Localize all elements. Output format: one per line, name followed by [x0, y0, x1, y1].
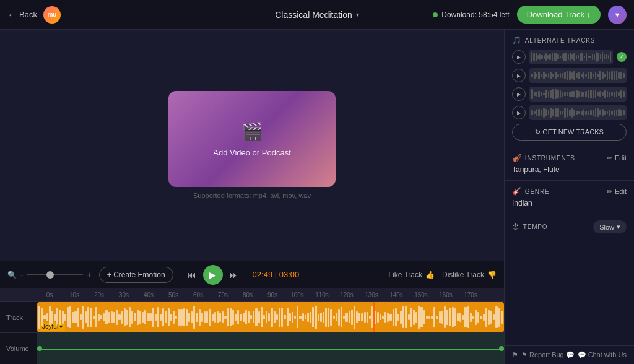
mini-wave-bar: [599, 91, 601, 97]
mini-wave-bar: [611, 71, 613, 80]
like-track-button[interactable]: Like Track 👍: [388, 271, 435, 279]
download-track-button[interactable]: Download Track ↓: [517, 6, 601, 24]
emotion-label[interactable]: Joyful ▾: [40, 323, 65, 331]
waveform-bar: [134, 313, 136, 322]
waveform-bar: [274, 311, 276, 324]
get-new-tracks-button[interactable]: ↻ GET NEW TRACKS: [512, 124, 627, 141]
waveform-bar: [219, 313, 221, 321]
mini-wave-bar: [588, 90, 589, 98]
waveform-bar: [310, 312, 311, 322]
mini-wave-bar: [573, 53, 575, 60]
mini-wave-bar: [578, 55, 579, 59]
mini-wave-bar: [552, 74, 554, 77]
mini-wave-bar: [593, 110, 594, 115]
mini-wave-bar: [620, 110, 622, 116]
waveform-bar: [43, 315, 45, 320]
ruler-mark: 80s: [235, 292, 260, 298]
track-content[interactable]: Joyful ▾: [37, 302, 504, 332]
waveform-bar: [137, 310, 139, 325]
waveform-bar: [64, 314, 66, 321]
mini-wave-bar: [581, 111, 583, 115]
alternate-tracks-title: 🎵 ALTERNATE TRACKS: [512, 36, 627, 45]
mini-wave-bar: [548, 73, 550, 77]
waveform-bar: [351, 310, 353, 325]
transport-controls: ⏮ ▶ ⏭: [186, 265, 240, 285]
waveform-bar: [330, 309, 332, 325]
mini-wave-bar: [590, 110, 592, 115]
play-circle-1[interactable]: ▶: [512, 50, 526, 64]
panel-footer: ⚑ ⚑ Report Bug 💬 💬 Chat with Us: [505, 345, 634, 364]
instruments-edit-button[interactable]: ✏ Edit: [607, 154, 627, 162]
tempo-section: ⏱ TEMPO Slow ▾: [505, 214, 634, 240]
mini-wave-bar: [585, 111, 587, 115]
play-button[interactable]: ▶: [203, 265, 223, 285]
mini-wave-bar: [539, 54, 541, 60]
waveform-bar: [483, 314, 485, 321]
waveform-bar: [250, 315, 252, 320]
mini-waveform-2: [529, 68, 627, 83]
waveform-bar: [488, 310, 490, 325]
mini-wave-bar: [616, 110, 618, 116]
waveform-bar: [480, 316, 482, 319]
play-circle-3[interactable]: ▶: [512, 87, 526, 101]
film-icon: 🎬: [241, 121, 263, 142]
volume-line: [37, 349, 504, 350]
instruments-section: 🎻 INSTRUMENTS ✏ Edit Tanpura, Flute: [505, 147, 634, 181]
mini-wave-bar: [550, 72, 552, 79]
waveform-bar: [222, 311, 224, 323]
mini-wave-bar: [602, 92, 604, 97]
waveform-bar: [384, 312, 386, 323]
volume-content[interactable]: [37, 333, 504, 364]
chat-with-us-button[interactable]: 💬 💬 Chat with Us: [566, 351, 627, 359]
skip-back-button[interactable]: ⏮: [186, 268, 198, 282]
report-bug-button[interactable]: ⚑ ⚑ Report Bug: [512, 351, 564, 359]
mini-wave-bar: [573, 71, 575, 80]
volume-point-right[interactable]: [499, 346, 504, 351]
waveform-bar: [212, 314, 214, 321]
back-button[interactable]: ← Back: [7, 10, 37, 20]
mini-wave-bar: [571, 91, 573, 97]
volume-point-left[interactable]: [37, 346, 42, 351]
waveform-bar: [126, 310, 128, 325]
waveform-bar: [459, 313, 461, 323]
waveform-bar: [452, 307, 454, 327]
zoom-slider[interactable]: [27, 274, 83, 275]
waveform-bar: [415, 312, 417, 322]
zoom-plus-button[interactable]: +: [87, 270, 92, 280]
mini-wave-bar: [609, 72, 610, 79]
waveform-bar: [436, 316, 438, 318]
waveform-bar: [467, 306, 469, 329]
mini-wave-bar: [578, 91, 580, 97]
ruler-mark: 150s: [409, 292, 433, 298]
user-avatar[interactable]: ▼: [608, 6, 627, 24]
mini-waveform-1: [529, 50, 613, 64]
mini-wave-bar: [552, 109, 554, 116]
mini-wave-bar: [623, 73, 625, 78]
tempo-dropdown-button[interactable]: Slow ▾: [593, 220, 627, 233]
genre-edit-button[interactable]: ✏ Edit: [607, 188, 627, 196]
mini-wave-bar: [568, 54, 569, 60]
waveform-bar: [82, 306, 84, 328]
video-placeholder[interactable]: 🎬 Add Video or Podcast: [168, 91, 336, 187]
waveform-bar: [475, 310, 477, 325]
waveform-bar: [302, 313, 304, 321]
waveform-bar: [116, 310, 118, 325]
ruler-mark: 120s: [334, 292, 359, 298]
play-circle-4[interactable]: ▶: [512, 106, 526, 119]
waveform-bar: [69, 306, 71, 327]
waveform-bar: [418, 306, 420, 328]
play-circle-2[interactable]: ▶: [512, 69, 526, 82]
waveform-bar: [395, 308, 397, 326]
project-title[interactable]: Classical Meditation ▾: [275, 10, 359, 20]
skip-forward-button[interactable]: ⏭: [228, 268, 240, 282]
mini-wave-bar: [552, 53, 553, 62]
mini-wave-bar: [536, 92, 538, 97]
dislike-track-button[interactable]: Dislike Track 👎: [442, 271, 497, 279]
mini-wave-bar: [616, 91, 618, 97]
mini-wave-bar: [571, 72, 573, 79]
waveform-bar: [323, 312, 324, 323]
waveform-bar: [230, 308, 232, 327]
create-emotion-button[interactable]: + Create Emotion: [99, 267, 173, 283]
alt-track-item-4: ▶: [512, 105, 627, 120]
zoom-minus-button[interactable]: -: [20, 270, 24, 280]
